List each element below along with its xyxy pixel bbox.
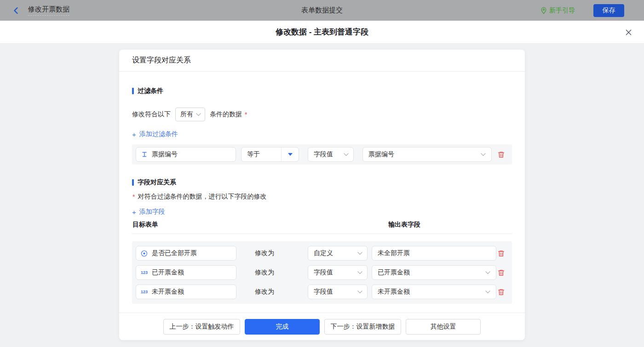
value-mode-select[interactable]: 自定义 bbox=[308, 246, 368, 261]
chevron-left-icon bbox=[12, 6, 20, 15]
target-field-input[interactable]: 123 未开票金额 bbox=[136, 284, 236, 299]
mapping-row: 123 已开票金额 修改为 字段值 已开票金额 bbox=[136, 265, 508, 280]
delete-row-button[interactable] bbox=[496, 268, 506, 277]
section-title-mapping: 字段对应关系 bbox=[132, 178, 512, 187]
required-asterisk: * bbox=[245, 111, 247, 118]
beginner-guide-label: 新手引导 bbox=[549, 6, 575, 15]
chevron-down-icon bbox=[196, 113, 201, 116]
text-field-icon bbox=[141, 151, 148, 158]
caret-down-icon bbox=[288, 153, 293, 156]
target-field-name: 未开票金额 bbox=[152, 288, 184, 296]
chevron-down-icon bbox=[485, 290, 490, 294]
document-title[interactable]: 修改开票数据 bbox=[28, 5, 69, 16]
trash-icon bbox=[497, 250, 505, 257]
settings-panel: 设置字段对应关系 过滤条件 修改符合以下 所有 条件的数据 * + 添加过滤条件 bbox=[119, 50, 525, 340]
match-type-value: 所有 bbox=[180, 110, 193, 119]
mapping-description-row: * 对符合过滤条件的数据，进行以下字段的修改 bbox=[132, 193, 512, 201]
value-mode: 字段值 bbox=[314, 288, 333, 296]
chevron-down-icon bbox=[344, 153, 349, 156]
output-field-value: 已开票金额 bbox=[378, 268, 410, 277]
output-field-select[interactable]: 未开票金额 bbox=[372, 284, 496, 299]
other-settings-button[interactable]: 其他设置 bbox=[406, 319, 481, 335]
target-field-name: 已开票金额 bbox=[152, 268, 184, 277]
operator-caret-zone[interactable] bbox=[281, 148, 299, 161]
match-prefix: 修改符合以下 bbox=[132, 110, 171, 119]
save-button[interactable]: 保存 bbox=[593, 4, 624, 17]
mapping-row: 123 未开票金额 修改为 字段值 未开票金额 bbox=[136, 284, 508, 299]
topbar-right: 新手引导 保存 bbox=[540, 4, 624, 17]
modify-to-label: 修改为 bbox=[236, 288, 308, 296]
add-field-link[interactable]: + 添加字段 bbox=[132, 208, 165, 216]
target-field-input[interactable]: 123 已开票金额 bbox=[136, 265, 236, 280]
delete-row-button[interactable] bbox=[496, 249, 506, 258]
section-bar-icon bbox=[132, 179, 134, 186]
chevron-down-icon bbox=[481, 153, 486, 156]
topbar: 表单数据提交 修改开票数据 新手引导 保存 bbox=[0, 0, 644, 21]
match-type-select[interactable]: 所有 bbox=[175, 108, 205, 121]
panel-body: 过滤条件 修改符合以下 所有 条件的数据 * + 添加过滤条件 票据编号 bbox=[119, 87, 525, 304]
close-button[interactable] bbox=[625, 28, 632, 36]
match-condition-row: 修改符合以下 所有 条件的数据 * bbox=[132, 108, 512, 121]
target-field-input[interactable]: 是否已全部开票 bbox=[136, 246, 236, 261]
column-output-field: 输出表字段 bbox=[388, 221, 420, 229]
dialog-title: 修改数据 - 主表到普通字段 bbox=[276, 27, 368, 37]
target-field-name: 是否已全部开票 bbox=[152, 249, 197, 257]
prev-step-button[interactable]: 上一步：设置触发动作 bbox=[163, 319, 240, 335]
required-asterisk: * bbox=[132, 193, 135, 200]
panel-header: 设置字段对应关系 bbox=[119, 50, 525, 72]
filter-value-type-select[interactable]: 字段值 bbox=[308, 147, 354, 162]
value-mode: 字段值 bbox=[314, 268, 333, 277]
filter-field-input[interactable]: 票据编号 bbox=[136, 147, 236, 162]
value-mode: 自定义 bbox=[314, 249, 333, 257]
panel-footer: 上一步：设置触发动作 完成 下一步：设置新增数据 其他设置 bbox=[119, 313, 525, 340]
filter-operator-value: 等于 bbox=[242, 150, 281, 159]
delete-row-button[interactable] bbox=[496, 287, 506, 296]
section-bar-icon bbox=[132, 88, 134, 94]
filter-value-select[interactable]: 票据编号 bbox=[362, 147, 492, 162]
chevron-down-icon bbox=[357, 290, 362, 294]
next-step-button[interactable]: 下一步：设置新增数据 bbox=[324, 319, 401, 335]
plus-icon: + bbox=[132, 131, 136, 138]
mapping-table-header: 目标表单 输出表字段 bbox=[132, 221, 512, 234]
filter-value-type: 字段值 bbox=[314, 150, 333, 159]
add-field-label: 添加字段 bbox=[139, 208, 165, 216]
mapping-description: 对符合过滤条件的数据，进行以下字段的修改 bbox=[138, 193, 266, 201]
custom-value-input[interactable]: 未全部开票 bbox=[372, 246, 496, 261]
radio-icon bbox=[141, 250, 148, 257]
number-field-icon: 123 bbox=[141, 290, 148, 294]
close-icon bbox=[625, 29, 632, 36]
column-target-form: 目标表单 bbox=[132, 221, 158, 228]
mapping-row: 是否已全部开票 修改为 自定义 未全部开票 bbox=[136, 246, 508, 261]
back-button[interactable] bbox=[12, 6, 20, 15]
chevron-down-icon bbox=[357, 252, 362, 255]
value-mode-select[interactable]: 字段值 bbox=[308, 284, 368, 299]
number-field-icon: 123 bbox=[141, 270, 148, 275]
modify-to-label: 修改为 bbox=[236, 268, 308, 277]
chevron-down-icon bbox=[357, 271, 362, 274]
output-field-value: 未开票金额 bbox=[378, 288, 410, 296]
plus-icon: + bbox=[132, 208, 136, 216]
trash-icon bbox=[497, 151, 505, 159]
trash-icon bbox=[497, 269, 505, 277]
value-mode-select[interactable]: 字段值 bbox=[308, 265, 368, 280]
filter-value: 票据编号 bbox=[368, 150, 394, 159]
map-pin-icon bbox=[540, 7, 547, 14]
chevron-down-icon bbox=[485, 271, 490, 274]
section-title-filter: 过滤条件 bbox=[132, 87, 512, 95]
done-button[interactable]: 完成 bbox=[245, 319, 320, 335]
filter-section-label: 过滤条件 bbox=[138, 87, 163, 95]
add-filter-condition-label: 添加过滤条件 bbox=[139, 130, 178, 138]
custom-value: 未全部开票 bbox=[378, 249, 410, 257]
mapping-section-label: 字段对应关系 bbox=[138, 178, 176, 187]
output-field-select[interactable]: 已开票金额 bbox=[372, 265, 496, 280]
dialog-body: 设置字段对应关系 过滤条件 修改符合以下 所有 条件的数据 * + 添加过滤条件 bbox=[0, 44, 644, 347]
beginner-guide-link[interactable]: 新手引导 bbox=[540, 6, 575, 15]
modify-to-label: 修改为 bbox=[236, 249, 308, 257]
add-filter-condition-link[interactable]: + 添加过滤条件 bbox=[132, 130, 178, 138]
filter-operator-select[interactable]: 等于 bbox=[241, 147, 299, 162]
filter-condition-row: 票据编号 等于 字段值 票据编号 bbox=[132, 144, 512, 165]
mapping-rows-container: 是否已全部开票 修改为 自定义 未全部开票 bbox=[132, 241, 512, 304]
filter-field-value: 票据编号 bbox=[152, 150, 178, 159]
topbar-left: 修改开票数据 bbox=[12, 5, 69, 16]
delete-filter-button[interactable] bbox=[496, 150, 506, 159]
